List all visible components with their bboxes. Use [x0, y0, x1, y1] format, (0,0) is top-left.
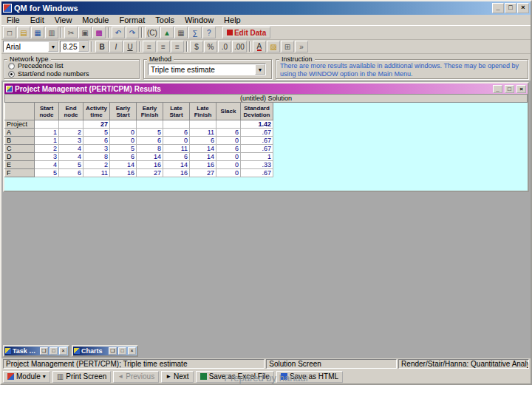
minimized-window-charts[interactable]: Charts ❏ □ × [72, 345, 138, 357]
menu-module[interactable]: Module [77, 16, 114, 24]
align-center-button[interactable]: ≡ [157, 41, 170, 52]
copy-cell-button[interactable]: (C) [145, 27, 160, 38]
menu-help[interactable]: Help [219, 16, 246, 24]
chart-button[interactable]: ▲ [160, 27, 174, 38]
table-cell: 8 [137, 145, 163, 153]
results-minimize-button[interactable]: _ [493, 85, 502, 93]
font-size-select[interactable]: 8.25 ▼ [60, 41, 89, 52]
align-right-icon: ≡ [175, 43, 180, 51]
html-file-icon [281, 373, 287, 380]
results-maximize-button[interactable]: □ [505, 85, 514, 93]
print-screen-button[interactable]: ▥ Print Screen [52, 371, 111, 383]
method-select[interactable]: Triple time estimate ▼ [148, 64, 266, 75]
results-close-button[interactable]: × [516, 85, 526, 93]
table-cell: 0 [216, 161, 241, 169]
radio-precedence-list[interactable]: Precedence list [8, 62, 135, 70]
borders-button[interactable]: ⊞ [281, 41, 294, 52]
results-body: (untitled) Solution Start node End node … [4, 94, 528, 191]
table-row: E452141614160.33 [5, 161, 528, 169]
save-as-excel-button[interactable]: Save as Excel File [196, 371, 274, 383]
chevron-down-icon: ▾ [43, 373, 46, 380]
results-titlebar[interactable]: Project Management (PERT/CPM) Results _ … [4, 83, 528, 94]
underline-button[interactable]: U [123, 41, 137, 52]
currency-button[interactable]: $ [190, 41, 203, 52]
menu-edit[interactable]: Edit [25, 16, 50, 24]
print-screen-label: Print Screen [66, 372, 106, 381]
grid-button[interactable]: ▦ [174, 27, 188, 38]
minimized-maximize-button[interactable]: □ [118, 347, 126, 355]
minimize-button[interactable]: _ [492, 3, 504, 13]
italic-button[interactable]: I [109, 41, 123, 52]
table-cell: 4 [59, 153, 83, 161]
menu-view[interactable]: View [50, 16, 78, 24]
next-button[interactable]: ► Next [161, 371, 193, 383]
increase-decimal-button[interactable]: .00 [232, 41, 247, 52]
table-row: B13606060.67 [5, 137, 528, 145]
minimized-close-button[interactable]: × [59, 347, 67, 355]
table-filler [273, 103, 528, 120]
close-button[interactable]: × [517, 3, 529, 13]
table-header-row: Start node End node Activity time Early … [5, 103, 528, 120]
toolbar-overflow-button[interactable]: » [295, 41, 308, 52]
align-left-button[interactable]: ≡ [143, 41, 156, 52]
maximize-button[interactable]: □ [505, 3, 516, 13]
minimized-close-button[interactable]: × [128, 347, 136, 355]
menu-window[interactable]: Window [180, 16, 219, 24]
print-button[interactable]: ▥ [45, 27, 58, 38]
table-cell: .33 [241, 161, 273, 169]
align-center-icon: ≡ [161, 43, 166, 51]
paste-icon: ▩ [95, 29, 102, 37]
align-right-button[interactable]: ≡ [171, 41, 184, 52]
previous-button[interactable]: ◄ Previous [113, 371, 159, 383]
printer-icon: ▥ [57, 372, 64, 381]
table-cell: 0 [163, 137, 190, 145]
table-cell [110, 120, 137, 129]
new-file-button[interactable]: □ [3, 27, 16, 38]
paste-button[interactable]: ▩ [92, 27, 106, 38]
minimized-maximize-button[interactable]: □ [50, 347, 58, 355]
edit-data-button[interactable]: Edit Data [222, 27, 270, 38]
undo-button[interactable]: ↶ [112, 27, 125, 38]
table-row: A125056116.67 [5, 129, 528, 137]
column-header-activity-time: Activity time [83, 103, 110, 120]
table-filler [273, 153, 528, 161]
calculator-button[interactable]: ∑ [188, 27, 202, 38]
menu-format[interactable]: Format [114, 16, 150, 24]
column-header-slack: Slack [216, 103, 241, 120]
menu-tools[interactable]: Tools [150, 16, 180, 24]
decrease-decimal-button[interactable]: .0 [218, 41, 231, 52]
module-button[interactable]: Module ▾ [3, 371, 50, 383]
table-cell: 2 [59, 129, 83, 137]
minimized-restore-button[interactable]: ❏ [109, 347, 117, 355]
save-as-html-button[interactable]: Save as HTML [276, 371, 343, 383]
minimized-window-title: Charts [81, 347, 107, 355]
radio-startend-label: Start/end node numbers [18, 70, 89, 78]
menu-file[interactable]: File [1, 16, 25, 24]
redo-button[interactable]: ↷ [126, 27, 139, 38]
window-titlebar[interactable]: QM for Windows _ □ × [1, 1, 531, 15]
font-color-button[interactable]: A [253, 41, 266, 52]
table-cell [35, 120, 59, 129]
copy-button[interactable]: ▣ [78, 27, 92, 38]
column-header-early-finish: Early Finish [137, 103, 163, 120]
help-button[interactable]: ? [202, 27, 216, 38]
toolbar-separator [108, 27, 109, 38]
minimized-window-task-times[interactable]: Task Times ❏ □ × [3, 345, 69, 357]
cut-button[interactable]: ✂ [64, 27, 78, 38]
bold-button[interactable]: B [95, 41, 109, 52]
toolbar-separator [186, 41, 188, 52]
font-select[interactable]: Arial ▼ [3, 41, 59, 52]
results-window-title: Project Management (PERT/CPM) Results [15, 85, 491, 93]
table-cell: 27 [137, 169, 163, 177]
radio-start-end-nodes[interactable]: Start/end node numbers [8, 70, 135, 78]
toolbar-separator [92, 41, 93, 52]
percent-button[interactable]: % [204, 41, 217, 52]
table-cell: 0 [216, 169, 241, 177]
save-button[interactable]: ▦ [31, 27, 44, 38]
table-row: F5611162716270.67 [5, 169, 528, 177]
fill-color-button[interactable]: ▨ [267, 41, 280, 52]
open-file-button[interactable]: ▤ [17, 27, 30, 38]
minimized-restore-button[interactable]: ❏ [40, 347, 48, 355]
fill-color-icon: ▨ [270, 43, 276, 51]
row-header: E [5, 161, 35, 169]
